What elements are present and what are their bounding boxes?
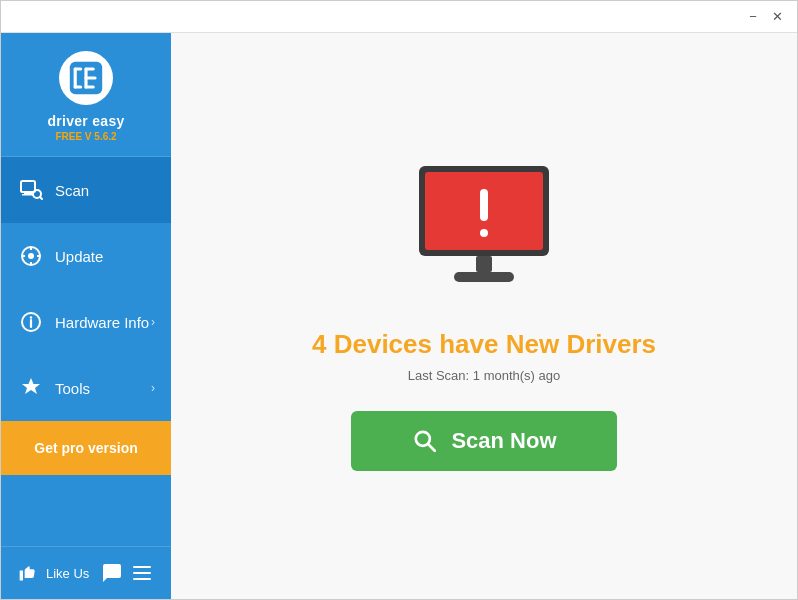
svg-rect-17 (480, 189, 488, 221)
close-button[interactable]: ✕ (765, 5, 789, 29)
svg-rect-19 (476, 256, 492, 272)
monitor-svg (399, 161, 569, 301)
title-bar: − ✕ (1, 1, 797, 33)
svg-point-14 (30, 316, 32, 318)
last-scan-text: Last Scan: 1 month(s) ago (408, 368, 561, 383)
thumbsup-icon (17, 562, 39, 584)
chat-icon[interactable] (97, 559, 125, 587)
svg-rect-18 (480, 229, 488, 237)
svg-rect-20 (454, 272, 514, 282)
app-version: FREE V 5.6.2 (55, 131, 116, 142)
svg-point-7 (28, 253, 34, 259)
main-layout: driver easy FREE V 5.6.2 (1, 33, 797, 599)
search-icon (411, 427, 439, 455)
minimize-button[interactable]: − (741, 5, 765, 29)
app-logo-icon (68, 60, 104, 96)
svg-line-5 (40, 197, 42, 199)
monitor-illustration (399, 161, 569, 305)
app-window: − ✕ (0, 0, 798, 600)
sidebar-item-hardware-info[interactable]: Hardware Info › (1, 289, 171, 355)
sidebar-item-update[interactable]: Update (1, 223, 171, 289)
sidebar-header: driver easy FREE V 5.6.2 (1, 33, 171, 157)
last-scan-ago: 1 month(s) ago (473, 368, 560, 383)
hardware-info-chevron-icon: › (151, 315, 155, 329)
last-scan-label: Last Scan: (408, 368, 469, 383)
svg-rect-2 (24, 192, 32, 194)
like-us-label: Like Us (46, 566, 89, 581)
sidebar-item-tools-label: Tools (55, 380, 90, 397)
update-icon (17, 242, 45, 270)
sidebar-item-scan-label: Scan (55, 182, 89, 199)
tools-icon (17, 374, 45, 402)
scan-now-label: Scan Now (451, 428, 556, 454)
tools-chevron-icon: › (151, 381, 155, 395)
sidebar-item-hardware-info-label: Hardware Info (55, 314, 149, 331)
get-pro-label: Get pro version (34, 440, 137, 456)
sidebar-item-scan[interactable]: Scan (1, 157, 171, 223)
headline: 4 Devices have New Drivers (312, 329, 656, 360)
main-content: 4 Devices have New Drivers Last Scan: 1 … (171, 33, 797, 599)
scan-icon (17, 176, 45, 204)
sidebar-item-tools[interactable]: Tools › (1, 355, 171, 421)
scan-now-button[interactable]: Scan Now (351, 411, 616, 471)
like-us-button[interactable]: Like Us (17, 562, 89, 584)
svg-rect-1 (21, 181, 35, 192)
hardware-info-icon (17, 308, 45, 336)
logo-circle (59, 51, 113, 105)
sidebar-bottom: Like Us (1, 546, 171, 599)
sidebar: driver easy FREE V 5.6.2 (1, 33, 171, 599)
sidebar-nav: Scan Update (1, 157, 171, 546)
svg-line-22 (429, 444, 436, 451)
app-name: driver easy (47, 113, 124, 129)
sidebar-item-update-label: Update (55, 248, 103, 265)
hamburger-menu-icon[interactable] (133, 562, 155, 584)
get-pro-button[interactable]: Get pro version (1, 421, 171, 475)
